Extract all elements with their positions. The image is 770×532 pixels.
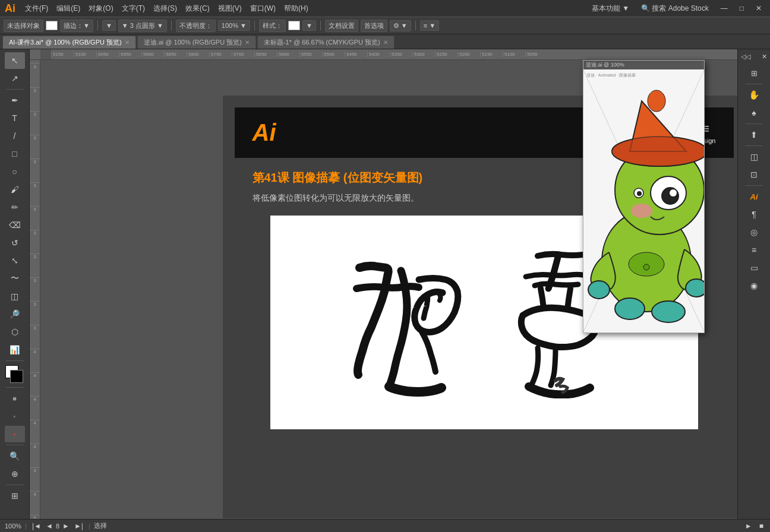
chart-tool[interactable]: 📊 xyxy=(5,341,25,358)
tab-1[interactable]: 逆迪.ai @ 100% (RGB/GPU 预览) ✕ xyxy=(137,36,256,49)
layers-panel-btn[interactable]: ⊞ xyxy=(744,65,764,81)
nav-next[interactable]: ► xyxy=(61,522,71,530)
bottom-bar: 100% | |◄ ◄ 8 ► ►| | 选择 ► ■ xyxy=(0,519,770,532)
blend-tool[interactable]: ⬡ xyxy=(5,324,25,340)
brush-type[interactable]: ▼ 3 点圆形 ▼ xyxy=(118,20,167,32)
scale-tool[interactable]: ⤡ xyxy=(5,252,25,269)
ruler-mark: 5450 xyxy=(345,52,367,57)
hand-tool-r[interactable]: ✋ xyxy=(744,87,764,103)
color-selector[interactable] xyxy=(5,365,24,383)
playback-stop[interactable]: ■ xyxy=(758,522,765,530)
ruler-mark: 5200 xyxy=(457,52,480,57)
text-tool[interactable]: T xyxy=(5,110,25,126)
zoom-in-tool[interactable]: ⊕ xyxy=(5,466,25,482)
stack-btn[interactable]: ◫ xyxy=(744,148,764,165)
brush-tool[interactable]: 🖌 xyxy=(5,181,25,198)
gradient-tool[interactable]: ◫ xyxy=(5,288,25,305)
rotate-tool[interactable]: ↺ xyxy=(5,235,25,251)
nav-last[interactable]: ►| xyxy=(72,522,85,530)
panel-collapse-btn[interactable]: ◁◁ xyxy=(741,53,750,61)
search-stock-btn[interactable]: 🔍 搜索 Adobe Stock xyxy=(638,2,712,15)
app-logo: Ai xyxy=(5,2,15,15)
ruler-mark: 5100 xyxy=(503,52,525,57)
dot-btn[interactable]: ◉ xyxy=(744,277,764,294)
nav-first[interactable]: |◄ xyxy=(30,522,43,530)
menu-select[interactable]: 选择(S) xyxy=(150,2,181,15)
workspace-btn[interactable]: 基本功能 ▼ xyxy=(588,2,633,15)
style-color[interactable] xyxy=(288,21,300,30)
stroke-dropdown[interactable]: 描边：▼ xyxy=(60,20,93,32)
doc-setting-btn[interactable]: 文档设置 xyxy=(325,20,358,32)
select-tool[interactable]: ↖ xyxy=(5,52,25,69)
tab-2-close[interactable]: ✕ xyxy=(383,39,388,46)
pen-tool[interactable]: ✒ xyxy=(5,92,25,109)
menu-bar: Ai 文件(F) 编辑(E) 对象(O) 文字(T) 选择(S) 效果(C) 视… xyxy=(0,0,770,17)
ruler-mark: 5550 xyxy=(299,52,322,57)
ruler-mark: 5700 xyxy=(232,52,254,57)
menu-right: 基本功能 ▼ 🔍 搜索 Adobe Stock — □ ✕ xyxy=(588,2,765,15)
ruler-mark: 5400 xyxy=(367,52,390,57)
close-btn[interactable]: ✕ xyxy=(752,3,765,14)
tab-0-label: AI-课件3.ai* @ 100% (RGB/GPU 预览) xyxy=(9,38,122,47)
menu-edit[interactable]: 编辑(E) xyxy=(53,2,84,15)
ruler-mark: 5800 xyxy=(187,52,209,57)
ellipse-tool[interactable]: ○ xyxy=(5,163,25,180)
menu-object[interactable]: 对象(O) xyxy=(85,2,116,15)
tab-0[interactable]: AI-课件3.ai* @ 100% (RGB/GPU 预览) ✕ xyxy=(2,36,136,49)
eyedropper-tool[interactable]: 🔎 xyxy=(5,306,25,322)
lines-btn[interactable]: ≡ xyxy=(744,242,764,258)
screen-mode-gray-btn[interactable]: ▪ xyxy=(5,408,25,425)
panel-close-btn[interactable]: ✕ xyxy=(762,53,767,61)
export-btn[interactable]: ⬆ xyxy=(744,126,764,143)
warp-tool[interactable]: 〜 xyxy=(5,270,25,287)
ruler-mark: 5500 xyxy=(322,52,345,57)
crop-btn[interactable]: ⊡ xyxy=(744,166,764,183)
menu-file[interactable]: 文件(F) xyxy=(21,2,52,15)
minimize-btn[interactable]: — xyxy=(717,3,731,14)
line-tool[interactable]: / xyxy=(5,128,25,144)
circle-btn[interactable]: ◎ xyxy=(744,224,764,240)
tab-1-close[interactable]: ✕ xyxy=(245,39,250,46)
panel-header: ◁◁ ✕ xyxy=(738,52,770,62)
pencil-tool[interactable]: ✏ xyxy=(5,199,25,216)
opacity-value[interactable]: 100% ▼ xyxy=(218,20,250,31)
maximize-btn[interactable]: □ xyxy=(736,3,747,14)
tab-0-close[interactable]: ✕ xyxy=(125,39,130,46)
stroke-width[interactable]: ▼ xyxy=(102,20,116,31)
ai-icon-btn[interactable]: Ai xyxy=(744,188,764,205)
ruler-mark: 5600 xyxy=(277,52,299,57)
playback-start[interactable]: ► xyxy=(743,522,754,530)
menu-help[interactable]: 帮助(H) xyxy=(280,2,312,15)
cartoon-character xyxy=(583,77,704,332)
floating-panel[interactable]: 逆迪.ai @ 100% 逆迪 · Animated · 图像描摹 xyxy=(583,60,705,333)
menu-text[interactable]: 文字(T) xyxy=(118,2,149,15)
direct-select-tool[interactable]: ↗ xyxy=(5,70,25,87)
tab-2[interactable]: 未标题-1* @ 66.67% (CMYK/GPU 预览) ✕ xyxy=(257,36,395,49)
menu-window[interactable]: 窗口(W) xyxy=(247,2,279,15)
floating-panel-header: 逆迪.ai @ 100% xyxy=(583,61,704,69)
rect-btn[interactable]: ▭ xyxy=(744,259,764,276)
canvas-area[interactable]: 5150 5100 6050 5950 5900 5850 5800 5750 … xyxy=(30,49,737,532)
arrange-btn[interactable]: ≡ ▼ xyxy=(420,20,439,31)
extra-tools-btn[interactable]: ⚙ ▼ xyxy=(390,20,411,31)
nav-prev[interactable]: ◄ xyxy=(44,522,55,530)
ruler-mark: 5050 xyxy=(525,52,548,57)
ruler-horizontal: 5150 5100 6050 5950 5900 5850 5800 5750 … xyxy=(30,49,737,60)
svg-point-15 xyxy=(686,279,704,297)
menu-effect[interactable]: 效果(C) xyxy=(182,2,213,15)
zoom-out-tool[interactable]: 🔍 xyxy=(5,448,25,464)
background-color[interactable] xyxy=(10,370,23,383)
menu-view[interactable]: 视图(V) xyxy=(214,2,245,15)
eraser-tool[interactable]: ⌫ xyxy=(5,217,25,233)
rect-tool[interactable]: □ xyxy=(5,145,25,162)
fill-color[interactable] xyxy=(46,21,58,30)
heart-tool[interactable]: ♠ xyxy=(744,104,764,121)
ruler-mark: 5150 xyxy=(51,52,74,57)
preferences-btn[interactable]: 首选项 xyxy=(361,20,387,32)
artboard-tool[interactable]: ⊞ xyxy=(5,487,25,504)
paragraph-btn[interactable]: ¶ xyxy=(744,206,764,223)
screen-mode-black-btn[interactable]: ▪ xyxy=(5,426,25,442)
screen-mode-btn[interactable]: ■ xyxy=(5,390,25,407)
right-panel: ◁◁ ✕ ⊞ ✋ ♠ ⬆ ◫ ⊡ Ai ¶ ◎ ≡ ▭ ◉ xyxy=(737,49,770,532)
style-dropdown[interactable]: ▼ xyxy=(302,20,316,31)
